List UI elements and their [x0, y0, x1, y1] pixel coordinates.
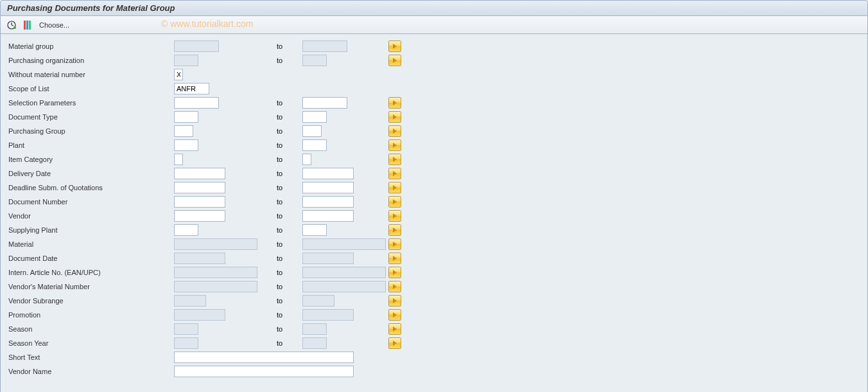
arrow-right-icon — [393, 284, 397, 289]
ean-from-input[interactable] — [174, 267, 257, 278]
material-to-input[interactable] — [302, 238, 386, 250]
sel_params-from-input[interactable] — [174, 97, 219, 109]
multiple-selection-button[interactable] — [388, 139, 401, 151]
vendor_name-from-input[interactable] — [174, 366, 354, 377]
multiple-selection-button[interactable] — [388, 281, 401, 292]
arrow-right-icon — [393, 129, 397, 134]
deadline-to-input[interactable] — [302, 182, 354, 193]
multiple-selection-button[interactable] — [388, 253, 401, 264]
to-label: to — [277, 240, 302, 248]
purch_org-from-input[interactable] — [174, 55, 198, 66]
material_group-to-input[interactable] — [302, 40, 347, 52]
vend_subrange-to-input[interactable] — [302, 295, 334, 307]
scope_list-from-input[interactable] — [174, 83, 209, 94]
field-label: Purchasing Group — [7, 127, 174, 135]
without_matnr-from-input[interactable] — [174, 69, 183, 80]
multiple-selection-button[interactable] — [388, 182, 401, 193]
multiple-selection-button[interactable] — [388, 267, 401, 278]
multiple-selection-button[interactable] — [388, 40, 401, 52]
to-label: to — [277, 339, 302, 347]
promotion-to-input[interactable] — [302, 309, 354, 321]
item_cat-to-input[interactable] — [302, 154, 311, 165]
page-title: Purchasing Documents for Material Group — [0, 0, 868, 16]
multiple-selection-button[interactable] — [388, 168, 401, 179]
multiple-selection-button[interactable] — [388, 97, 401, 109]
ean-to-input[interactable] — [302, 267, 386, 278]
promotion-from-input[interactable] — [174, 309, 225, 321]
field-label: Vendor Name — [7, 368, 174, 375]
field-row-material_group: Material groupto — [1, 39, 867, 53]
field-label: Material — [7, 240, 174, 248]
season_year-to-input[interactable] — [302, 337, 327, 349]
to-label: to — [277, 254, 302, 262]
doc_type-to-input[interactable] — [302, 111, 327, 123]
material-from-input[interactable] — [174, 238, 257, 250]
multiple-selection-button[interactable] — [388, 224, 401, 236]
season-to-input[interactable] — [302, 323, 327, 335]
material_group-from-input[interactable] — [174, 40, 219, 52]
vendor-from-input[interactable] — [174, 210, 225, 222]
deliv_date-to-input[interactable] — [302, 168, 354, 179]
multiple-selection-button[interactable] — [388, 210, 401, 222]
to-label: to — [277, 212, 302, 220]
field-row-vendor_name: Vendor Name — [1, 364, 867, 379]
season-from-input[interactable] — [174, 323, 198, 335]
multiple-selection-button[interactable] — [388, 337, 401, 349]
item_cat-from-input[interactable] — [174, 154, 183, 165]
multiple-selection-button[interactable] — [388, 323, 401, 335]
deadline-from-input[interactable] — [174, 182, 225, 193]
vend_matnr-from-input[interactable] — [174, 281, 257, 292]
multiple-selection-button[interactable] — [388, 154, 401, 165]
field-label: Intern. Article No. (EAN/UPC) — [7, 269, 174, 276]
purch_group-from-input[interactable] — [174, 125, 193, 137]
watermark: © www.tutorialkart.com — [161, 19, 253, 29]
field-label: Season — [7, 325, 174, 333]
field-row-item_cat: Item Categoryto — [1, 152, 867, 166]
purch_org-to-input[interactable] — [302, 55, 327, 66]
field-label: Without material number — [7, 71, 174, 78]
multiple-selection-button[interactable] — [388, 196, 401, 208]
purch_group-to-input[interactable] — [302, 125, 322, 137]
field-label: Selection Parameters — [7, 99, 174, 107]
field-row-short_text: Short Text — [1, 350, 867, 364]
doc_date-to-input[interactable] — [302, 253, 354, 264]
field-label: Season Year — [7, 339, 174, 347]
arrow-right-icon — [393, 114, 397, 120]
doc_type-from-input[interactable] — [174, 111, 198, 123]
short_text-from-input[interactable] — [174, 352, 354, 363]
arrow-right-icon — [393, 185, 397, 190]
arrow-right-icon — [393, 58, 397, 63]
multiple-selection-button[interactable] — [388, 295, 401, 307]
choose-button[interactable]: Choose... — [37, 21, 72, 29]
arrow-right-icon — [393, 256, 397, 261]
doc_number-to-input[interactable] — [302, 196, 354, 208]
multiple-selection-button[interactable] — [388, 309, 401, 321]
supp_plant-from-input[interactable] — [174, 224, 198, 236]
field-row-vend_subrange: Vendor Subrangeto — [1, 294, 867, 308]
season_year-from-input[interactable] — [174, 337, 198, 349]
multiple-selection-button[interactable] — [388, 125, 401, 137]
execute-icon[interactable] — [6, 19, 17, 31]
multiple-selection-button[interactable] — [388, 111, 401, 123]
vend_subrange-from-input[interactable] — [174, 295, 206, 307]
field-row-deliv_date: Delivery Dateto — [1, 166, 867, 181]
multiple-selection-button[interactable] — [388, 238, 401, 250]
field-label: Vendor — [7, 212, 174, 220]
doc_date-from-input[interactable] — [174, 253, 225, 264]
field-label: Delivery Date — [7, 170, 174, 177]
vendor-to-input[interactable] — [302, 210, 354, 222]
variant-icon[interactable] — [21, 19, 33, 31]
multiple-selection-button[interactable] — [388, 55, 401, 66]
field-label: Deadline Subm. of Quotations — [7, 184, 174, 192]
supp_plant-to-input[interactable] — [302, 224, 327, 236]
field-row-plant: Plantto — [1, 138, 867, 152]
plant-from-input[interactable] — [174, 139, 198, 151]
vend_matnr-to-input[interactable] — [302, 281, 386, 292]
deliv_date-from-input[interactable] — [174, 168, 225, 179]
doc_number-from-input[interactable] — [174, 196, 225, 208]
plant-to-input[interactable] — [302, 139, 327, 151]
to-label: to — [277, 226, 302, 234]
field-row-purch_group: Purchasing Groupto — [1, 124, 867, 138]
sel_params-to-input[interactable] — [302, 97, 347, 109]
field-row-vend_matnr: Vendor's Material Numberto — [1, 280, 867, 294]
